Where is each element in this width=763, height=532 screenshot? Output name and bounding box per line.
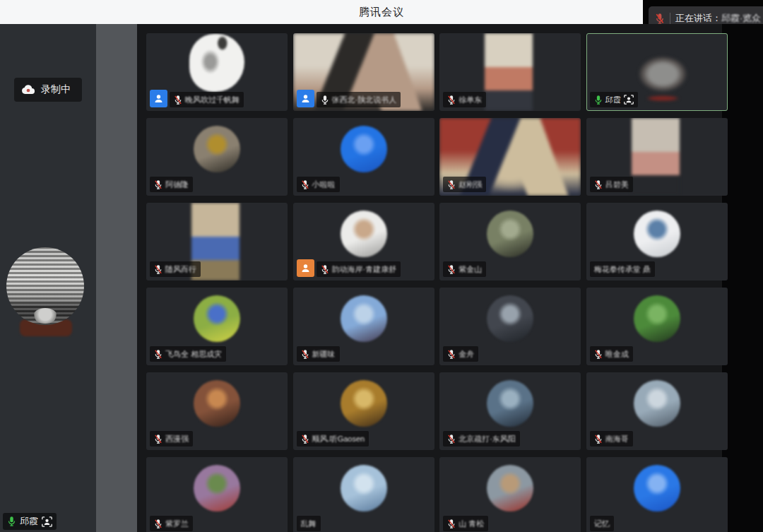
name-pill: 徐单东 [443, 92, 486, 107]
participant-label-row: 韵动海岸·青建康舒 [297, 259, 401, 277]
mic-status-icon [594, 179, 603, 190]
speaking-mic-icon [7, 516, 16, 527]
participant-avatar [194, 295, 240, 342]
participant-tile[interactable]: 西漫强 [146, 372, 288, 450]
mic-status-icon [594, 349, 603, 360]
right-letterbox [722, 24, 763, 532]
speaking-toast-names: 邱霞·览众 [721, 13, 761, 23]
name-pill: 山 青松 [443, 516, 488, 531]
participant-tile[interactable]: 记忆 [586, 457, 728, 532]
participant-avatar [194, 465, 240, 512]
role-badge-icon [150, 90, 167, 107]
participant-tile[interactable]: 赵刚强 [439, 118, 581, 196]
sidebar-divider[interactable] [96, 24, 137, 532]
name-pill: 阿德隆 [150, 177, 193, 192]
participant-avatar [189, 34, 244, 92]
participant-label-row: 邱霞 [590, 92, 638, 107]
mic-status-icon [447, 264, 456, 275]
participant-label-row: 张西北·陕北说书人 [297, 90, 401, 107]
participant-tile[interactable]: 梅花拳传承堂 鼎 [586, 203, 728, 280]
mic-status-icon [321, 95, 329, 105]
participant-tile[interactable]: 飞鸟全 相思成灾 [146, 288, 288, 365]
participant-avatar [634, 465, 680, 512]
participant-tile[interactable]: 阿德隆 [146, 118, 288, 196]
name-pill: 紫罗兰 [150, 516, 193, 531]
sidebar: 录制中 邱霞 [0, 24, 96, 532]
participant-name: 北京疏打·东风阳 [459, 434, 516, 444]
mic-status-icon [154, 519, 162, 529]
participant-avatar [341, 126, 387, 172]
participant-tile[interactable]: 唯金成 [586, 288, 728, 365]
participant-label-row: 记忆 [590, 516, 614, 531]
participant-tile[interactable]: 紫金山 [439, 203, 581, 280]
participant-name: 乱舞 [301, 519, 317, 529]
participant-name: 顺风.听Gaosen [312, 434, 365, 444]
portrait-frame-icon [42, 516, 52, 527]
participant-tile[interactable]: 邱霞 [586, 33, 728, 111]
participant-label-row: 南海哥 [590, 431, 633, 447]
participant-name: 南海哥 [605, 434, 629, 444]
self-name: 邱霞 [20, 515, 38, 528]
mic-status-icon [447, 519, 456, 529]
mic-status-icon [447, 434, 456, 444]
participant-avatar [485, 33, 533, 111]
mic-status-icon [321, 264, 329, 275]
participant-avatar [632, 118, 680, 196]
participant-label-row: 乱舞 [297, 516, 321, 531]
recording-badge[interactable]: 录制中 [14, 78, 82, 102]
mic-status-icon [301, 349, 309, 360]
participant-tile[interactable]: 张西北·陕北说书人 [293, 33, 434, 111]
participant-tile[interactable]: 紫罗兰 [146, 457, 288, 532]
name-pill: 韵动海岸·青建康舒 [317, 261, 401, 277]
name-pill: 北京疏打·东风阳 [443, 431, 520, 447]
mic-status-icon [301, 179, 309, 190]
mic-status-icon [154, 349, 162, 360]
participant-label-row: 吕碧美 [590, 177, 633, 192]
mic-status-icon [594, 434, 603, 444]
self-name-label: 邱霞 [3, 513, 57, 530]
participant-tile[interactable]: 北京疏打·东风阳 [439, 372, 581, 450]
toast-divider [670, 13, 670, 24]
participant-label-row: 小啦啦 [297, 177, 340, 192]
name-pill: 随风而行 [150, 261, 201, 277]
participant-tile[interactable]: 晚风吹过千帆舞 [146, 33, 288, 111]
participant-tile[interactable]: 南海哥 [586, 372, 728, 450]
participant-tile[interactable]: 随风而行 [146, 203, 288, 280]
participant-label-row: 山 青松 [443, 516, 488, 531]
participant-label-row: 紫金山 [443, 261, 486, 277]
recording-badge-label: 录制中 [41, 83, 71, 96]
participant-label-row: 唯金成 [590, 346, 633, 362]
participant-label-row: 阿德隆 [150, 177, 193, 192]
participant-tile[interactable]: 山 青松 [439, 457, 581, 532]
participant-name: 飞鸟全 相思成灾 [165, 349, 222, 360]
participant-name: 邱霞 [605, 95, 621, 105]
mic-status-icon [174, 95, 182, 105]
participant-tile[interactable]: 韵动海岸·青建康舒 [293, 203, 434, 280]
name-pill: 南海哥 [590, 431, 633, 447]
participant-name: 唯金成 [605, 349, 629, 360]
participant-tile[interactable]: 金舟 [439, 288, 581, 365]
self-avatar [6, 247, 84, 325]
mic-status-icon [447, 179, 456, 190]
participant-avatar [634, 295, 680, 342]
participant-name: 小啦啦 [312, 179, 336, 190]
muted-mic-icon [655, 13, 665, 25]
participant-avatar [487, 380, 533, 427]
participant-label-row: 西漫强 [150, 431, 193, 447]
participant-avatar [194, 380, 240, 427]
participant-name: 记忆 [594, 519, 610, 529]
name-pill: 小啦啦 [297, 177, 340, 192]
participant-label-row: 顺风.听Gaosen [297, 431, 369, 447]
participant-tile[interactable]: 徐单东 [439, 33, 581, 111]
participant-tile[interactable]: 小啦啦 [293, 118, 434, 196]
participant-tile[interactable]: 顺风.听Gaosen [293, 372, 434, 450]
name-pill: 梅花拳传承堂 鼎 [590, 261, 655, 277]
participant-tile[interactable]: 新疆味 [293, 288, 434, 365]
name-pill: 西漫强 [150, 431, 193, 447]
participant-tile[interactable]: 乱舞 [293, 457, 434, 532]
participant-name: 晚风吹过千帆舞 [185, 95, 239, 105]
name-pill: 新疆味 [297, 346, 340, 362]
mic-status-icon [594, 95, 603, 105]
participant-tile[interactable]: 吕碧美 [586, 118, 728, 196]
participant-name: 紫罗兰 [165, 519, 189, 529]
